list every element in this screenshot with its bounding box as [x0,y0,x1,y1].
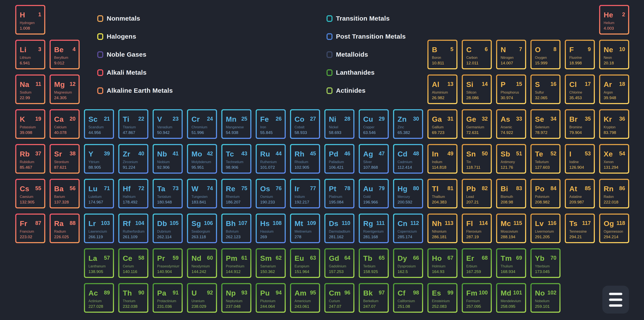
element-tile-lu[interactable]: Lu71Lutetium174.967 [84,179,114,208]
element-tile-sg[interactable]: Sg106Seaborgium263.118 [187,214,217,243]
element-tile-fe[interactable]: Fe26Iron55.845 [256,109,286,139]
element-tile-ga[interactable]: Ga31Gallium69.723 [428,109,458,139]
element-tile-mn[interactable]: Mn25Manganese54.938 [221,109,251,139]
transition-metals-checkbox[interactable] [326,15,332,22]
element-tile-si[interactable]: Si14Silicon28.086 [462,74,492,104]
element-tile-og[interactable]: Og118Ogannesson294.214 [599,214,629,243]
element-tile-tm[interactable]: Tm69Thulium168.934 [496,248,526,278]
element-tile-ru[interactable]: Ru44Ruthenium101.072 [256,144,286,174]
element-tile-cd[interactable]: Cd48Cadmium112.414 [393,144,423,174]
element-tile-li[interactable]: Li3Lithium6.941 [15,40,45,69]
element-tile-h[interactable]: H1Hydrogen1.008 [15,5,45,34]
element-tile-hg[interactable]: Hg80Mercury200.592 [393,179,423,208]
halogens-checkbox[interactable] [97,33,103,40]
element-tile-mg[interactable]: Mg12Magnesium24.305 [50,74,80,104]
element-tile-db[interactable]: Db105Dubnium262.114 [153,214,183,243]
element-tile-pt[interactable]: Pt78Platinum195.084 [324,179,354,208]
element-tile-mc[interactable]: Mc115Moscovium288.194 [496,214,526,243]
element-tile-i[interactable]: I53Iodine126.904 [565,144,595,174]
element-tile-br[interactable]: Br35Bromine79.904 [565,109,595,139]
element-tile-nh[interactable]: Nh113Nihonium286.181 [428,214,458,243]
noble-gases-checkbox[interactable] [97,51,103,58]
element-tile-sn[interactable]: Sn50Tin118.711 [462,144,492,174]
element-tile-ac[interactable]: Ac89Actinium227.028 [84,283,114,313]
element-tile-ce[interactable]: Ce58Cerium140.116 [118,248,148,278]
element-tile-np[interactable]: Np93Neptunium237.048 [221,283,251,313]
menu-button[interactable] [602,286,629,314]
element-tile-cu[interactable]: Cu29Copper63.546 [359,109,389,139]
element-tile-mt[interactable]: Mt109Meitnerium278 [290,214,320,243]
element-tile-ho[interactable]: Ho67Holmium164.93 [428,248,458,278]
element-tile-c[interactable]: C6Carbon12.011 [462,40,492,69]
element-tile-eu[interactable]: Eu63Europium151.964 [290,248,320,278]
element-tile-pu[interactable]: Pu94Plutonium244.064 [256,283,286,313]
element-tile-bi[interactable]: Bi83Bismuth208.98 [496,179,526,208]
element-tile-ag[interactable]: Ag47Silver107.868 [359,144,389,174]
element-tile-ti[interactable]: Ti22Titanium47.867 [118,109,148,139]
element-tile-md[interactable]: Md101Mendelevium258.095 [496,283,526,313]
element-tile-in[interactable]: In49Indium114.818 [428,144,458,174]
element-tile-y[interactable]: Y39Yttrium88.905 [84,144,114,174]
element-tile-xe[interactable]: Xe54Xenon131.294 [599,144,629,174]
element-tile-k[interactable]: K19Potassium39.098 [15,109,45,139]
element-tile-zn[interactable]: Zn30Zinc65.382 [393,109,423,139]
element-tile-be[interactable]: Be4Beryllium9.012 [50,40,80,69]
element-tile-lv[interactable]: Lv116Livermorium291.205 [530,214,560,243]
element-tile-ge[interactable]: Ge32Germanium72.631 [462,109,492,139]
element-tile-na[interactable]: Na11Sodium22.99 [15,74,45,104]
element-tile-o[interactable]: O8Oxygen15.999 [530,40,560,69]
element-tile-tl[interactable]: Tl81Thallium204.383 [428,179,458,208]
element-tile-ca[interactable]: Ca20Calcium40.078 [50,109,80,139]
element-tile-am[interactable]: Am95Americium243.061 [290,283,320,313]
element-tile-rf[interactable]: Rf104Rutherfordium261.109 [118,214,148,243]
element-tile-rg[interactable]: Rg111Roentgenium281.168 [359,214,389,243]
element-tile-rn[interactable]: Rn86Radon222.018 [599,179,629,208]
element-tile-f[interactable]: F9Fluorine18.998 [565,40,595,69]
element-tile-mo[interactable]: Mo42Molybdenum95.951 [187,144,217,174]
element-tile-fl[interactable]: Fl114Flerovium287.19 [462,214,492,243]
element-tile-ds[interactable]: Ds110Darmstadtium281.162 [324,214,354,243]
element-tile-cf[interactable]: Cf98Californium251.08 [393,283,423,313]
element-tile-re[interactable]: Re75Rhenium186.207 [221,179,251,208]
element-tile-ni[interactable]: Ni28Nickel58.693 [324,109,354,139]
element-tile-he[interactable]: He2Helium4.003 [599,5,629,34]
element-tile-fr[interactable]: Fr87Francium223.02 [15,214,45,243]
element-tile-ba[interactable]: Ba56Barium137.328 [50,179,80,208]
element-tile-ta[interactable]: Ta73Tantalum180.948 [153,179,183,208]
element-tile-bh[interactable]: Bh107Bohrium262.123 [221,214,251,243]
element-tile-as[interactable]: As33Arsenic74.922 [496,109,526,139]
element-tile-tc[interactable]: Tc43Technetium98.906 [221,144,251,174]
element-tile-b[interactable]: B5Boron10.811 [428,40,458,69]
element-tile-rb[interactable]: Rb37Rubidium85.467 [15,144,45,174]
element-tile-pa[interactable]: Pa91Protactinium231.036 [153,283,183,313]
element-tile-ir[interactable]: Ir77Iridium192.217 [290,179,320,208]
element-tile-sb[interactable]: Sb51Antimony121.76 [496,144,526,174]
element-tile-p[interactable]: P15Phosphorus30.974 [496,74,526,104]
element-tile-zr[interactable]: Zr40Zirconium91.224 [118,144,148,174]
element-tile-w[interactable]: W74Tungesten183.841 [187,179,217,208]
element-tile-v[interactable]: V23Vanadium50.942 [153,109,183,139]
element-tile-pm[interactable]: Pm61Promethium144.912 [221,248,251,278]
element-tile-sc[interactable]: Sc21Scandium44.956 [84,109,114,139]
metalloids-checkbox[interactable] [326,51,332,58]
element-tile-fm[interactable]: Fm100Fermium257.095 [462,283,492,313]
element-tile-th[interactable]: Th90Thorium232.038 [118,283,148,313]
element-tile-rh[interactable]: Rh45Rhodium102.905 [290,144,320,174]
actinides-checkbox[interactable] [326,87,332,94]
element-tile-se[interactable]: Se34Selenium78.972 [530,109,560,139]
element-tile-sr[interactable]: Sr38Strontium87.621 [50,144,80,174]
element-tile-er[interactable]: Er68Erbium167.259 [462,248,492,278]
element-tile-es[interactable]: Es99Einsteinium252.083 [428,283,458,313]
element-tile-te[interactable]: Te52Tellurium127.603 [530,144,560,174]
element-tile-pr[interactable]: Pr59Praseodymium140.904 [153,248,183,278]
element-tile-hs[interactable]: Hs108Hassium269 [256,214,286,243]
element-tile-lr[interactable]: Lr103Lawrencium266.119 [84,214,114,243]
element-tile-s[interactable]: S16Sulfur32.065 [530,74,560,104]
element-tile-cr[interactable]: Cr24Chromium51.996 [187,109,217,139]
element-tile-tb[interactable]: Tb65Terbium158.925 [359,248,389,278]
element-tile-bk[interactable]: Bk97Berkelium247.07 [359,283,389,313]
element-tile-ra[interactable]: Ra88Radium226.025 [50,214,80,243]
element-tile-ne[interactable]: Ne10Neon20.18 [599,40,629,69]
element-tile-la[interactable]: La57Lanthanum138.905 [84,248,114,278]
element-tile-nd[interactable]: Nd60Neodymium144.242 [187,248,217,278]
